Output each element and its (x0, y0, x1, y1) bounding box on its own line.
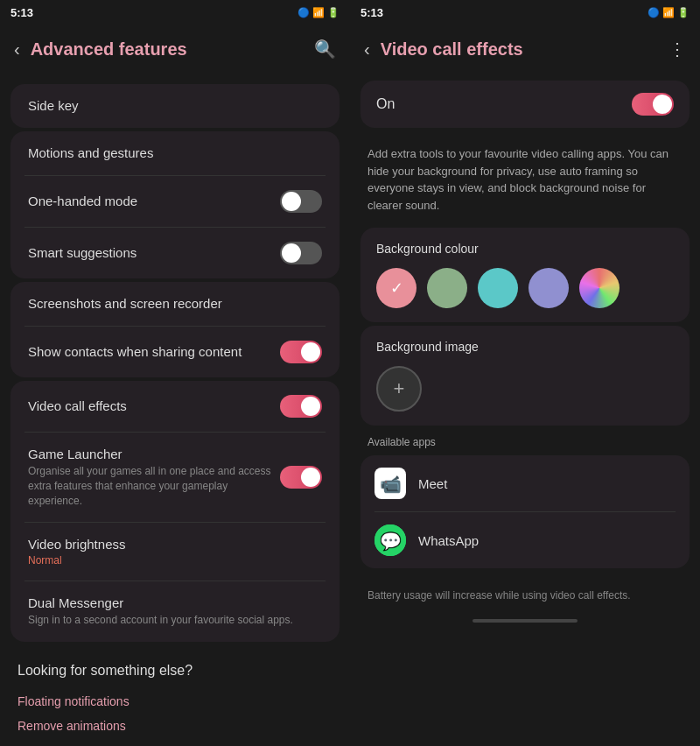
background-image-section: Background image + (360, 326, 690, 426)
sidebar-item-side-key[interactable]: Side key (10, 84, 340, 128)
vce-on-row: On (360, 81, 690, 128)
game-launcher-toggle[interactable] (280, 466, 322, 489)
sidebar-item-dual-messenger[interactable]: Dual Messenger Sign in to a second accou… (10, 581, 340, 642)
colour-lavender[interactable] (528, 268, 569, 308)
svg-text:💬: 💬 (380, 531, 402, 552)
looking-for-title: Looking for something else? (18, 663, 332, 679)
three-dot-menu[interactable]: ⋮ (668, 39, 686, 60)
app-name-meet: Meet (418, 476, 447, 491)
header-left: ‹ Advanced features 🔍 (0, 25, 350, 74)
background-colour-section: Background colour (360, 228, 690, 322)
sidebar-item-screenshots[interactable]: Screenshots and screen recorder (10, 282, 340, 326)
status-bar-right: 5:13 🔵 📶 🔋 (350, 0, 700, 25)
app-row-meet[interactable]: 📹 Meet (360, 455, 690, 511)
back-button-right[interactable]: ‹ (364, 39, 370, 60)
one-handed-toggle[interactable] (280, 190, 322, 213)
available-apps-label: Available apps (360, 436, 690, 455)
status-icons-left: 🔵 📶 🔋 (298, 7, 340, 18)
vce-on-label: On (376, 96, 395, 112)
sidebar-item-smart-suggestions[interactable]: Smart suggestions (10, 228, 340, 278)
colour-teal[interactable] (478, 268, 518, 308)
settings-scroll: Side key Motions and gestures One-handed… (0, 74, 350, 746)
sidebar-item-show-contacts[interactable]: Show contacts when sharing content (10, 327, 340, 377)
status-icons-right: 🔵 📶 🔋 (648, 7, 690, 18)
background-colour-title: Background colour (376, 242, 674, 256)
vce-main-toggle[interactable] (632, 93, 674, 116)
header-right: ‹ Video call effects ⋮ (350, 25, 700, 74)
search-icon[interactable]: 🔍 (314, 39, 336, 60)
time-left: 5:13 (10, 6, 33, 19)
sidebar-item-video-call-effects[interactable]: Video call effects (10, 381, 340, 432)
svg-text:📹: 📹 (380, 474, 402, 495)
status-bar-left: 5:13 🔵 📶 🔋 (0, 0, 350, 25)
app-row-whatsapp[interactable]: 💬 WhatsApp (360, 512, 690, 568)
whatsapp-icon: 💬 (374, 524, 406, 556)
smart-suggestions-toggle[interactable] (280, 242, 322, 264)
apps-card: 📹 Meet 💬 WhatsApp (360, 455, 690, 568)
floating-notifications-link[interactable]: Floating notifications (18, 689, 332, 714)
section-card-4: Video call effects Game Launcher Organis… (10, 381, 340, 642)
colour-pink[interactable] (376, 268, 416, 308)
video-call-effects-toggle[interactable] (280, 395, 322, 418)
vce-description: Add extra tools to your favourite video … (350, 135, 700, 224)
right-panel: 5:13 🔵 📶 🔋 ‹ Video call effects ⋮ On Add… (350, 0, 700, 746)
colour-gradient[interactable] (579, 268, 620, 308)
remove-animations-link[interactable]: Remove animations (18, 714, 332, 738)
sidebar-item-game-launcher[interactable]: Game Launcher Organise all your games al… (10, 433, 340, 522)
back-button-left[interactable]: ‹ (14, 39, 20, 60)
available-apps-section: Available apps 📹 Meet (360, 429, 690, 575)
background-image-title: Background image (376, 340, 674, 354)
section-card-2: Motions and gestures One-handed mode Sma… (10, 131, 340, 278)
vce-scroll: On Add extra tools to your favourite vid… (350, 74, 700, 746)
app-name-whatsapp: WhatsApp (418, 533, 479, 548)
sidebar-item-one-handed[interactable]: One-handed mode (10, 176, 340, 227)
sidebar-item-video-brightness[interactable]: Video brightness Normal (10, 523, 340, 581)
colour-circles (376, 268, 674, 308)
looking-for-section: Looking for something else? Floating not… (0, 645, 350, 745)
left-panel: 5:13 🔵 📶 🔋 ‹ Advanced features 🔍 Side ke… (0, 0, 350, 746)
sidebar-item-motions[interactable]: Motions and gestures (10, 131, 340, 175)
scroll-indicator-right (472, 619, 578, 623)
section-card-3: Screenshots and screen recorder Show con… (10, 282, 340, 377)
show-contacts-toggle[interactable] (280, 341, 322, 363)
page-title-right: Video call effects (381, 39, 668, 60)
add-image-button[interactable]: + (376, 366, 422, 412)
page-title-left: Advanced features (31, 39, 314, 60)
time-right: 5:13 (360, 6, 383, 19)
colour-sage[interactable] (427, 268, 467, 308)
battery-note: Battery usage will increase while using … (350, 579, 700, 612)
meet-icon: 📹 (374, 468, 406, 499)
section-card-1: Side key (10, 84, 340, 128)
